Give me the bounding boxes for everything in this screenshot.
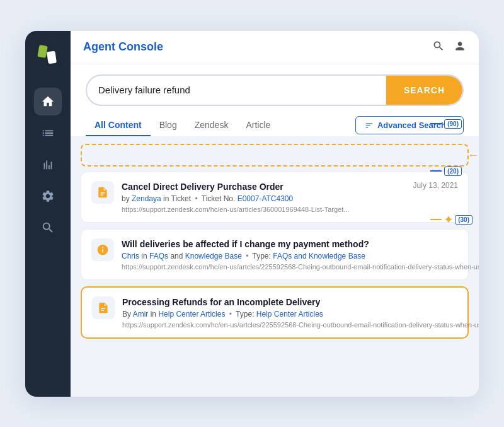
bullet-2: • bbox=[246, 252, 248, 260]
result-type-value-2: FAQs and Knowledge Base bbox=[273, 252, 365, 260]
result-in-2: in bbox=[141, 252, 149, 260]
result-icon-3 bbox=[92, 296, 115, 319]
nav-settings[interactable] bbox=[34, 182, 62, 210]
ann-line-3 bbox=[430, 219, 442, 220]
result-source-type-1: Ticket bbox=[171, 194, 192, 203]
result-title-1: Cancel Direct Delivery Purchase Order bbox=[122, 181, 284, 192]
result-ticket-label-1: Ticket No. bbox=[202, 194, 236, 203]
svg-rect-1 bbox=[47, 50, 57, 64]
ann-label-2: (20) bbox=[444, 167, 462, 176]
result-source-type-2b[interactable]: Knowledge Base bbox=[185, 252, 242, 260]
result-meta-2: Chris in FAQs and Knowledge Base • Type:… bbox=[122, 252, 479, 260]
result-card-1-header: Cancel Direct Delivery Purchase Order Ju… bbox=[91, 181, 458, 213]
outer-wrapper: Agent Console SEARCH All Content bbox=[13, 18, 491, 409]
svg-rect-0 bbox=[37, 45, 47, 58]
logo-icon bbox=[37, 45, 59, 71]
result-card-1: Cancel Direct Delivery Purchase Order Ju… bbox=[81, 172, 469, 223]
highlight-box-empty: ← bbox=[81, 144, 469, 167]
result-type-value-3: Help Center Articles bbox=[256, 310, 323, 319]
search-section: SEARCH All Content Blog Zendesk Article … bbox=[71, 64, 479, 136]
content-area: Agent Console SEARCH All Content bbox=[71, 31, 479, 397]
result-source-label-1: in bbox=[163, 194, 171, 203]
result-card-2-header: Will deliveries be affected if I change … bbox=[91, 238, 458, 271]
result-url-2: https://support.zendesk.com/hc/en-us/art… bbox=[122, 263, 479, 271]
tab-article[interactable]: Article bbox=[237, 115, 279, 136]
top-bar: Agent Console bbox=[71, 31, 479, 64]
result-body-3: Processing Refunds for an Incomplete Del… bbox=[122, 296, 479, 329]
side-annotations: (90) (20) ✦ (30) bbox=[430, 119, 472, 226]
annotation-2: (20) bbox=[430, 167, 472, 176]
main-card: Agent Console SEARCH All Content bbox=[25, 31, 479, 397]
sidebar-logo bbox=[37, 45, 59, 71]
search-button[interactable]: SEARCH bbox=[386, 76, 462, 105]
tab-zendesk[interactable]: Zendesk bbox=[186, 115, 238, 136]
nav-list[interactable] bbox=[34, 119, 62, 147]
result-title-2: Will deliveries be affected if I change … bbox=[122, 238, 369, 250]
filter-tabs: All Content Blog Zendesk Article Advance… bbox=[86, 115, 464, 136]
result-in-3: in bbox=[151, 310, 159, 319]
ann-label-3: (30) bbox=[455, 215, 472, 225]
filter-icon bbox=[365, 121, 374, 130]
bullet-1: • bbox=[195, 194, 197, 203]
nav-analytics[interactable] bbox=[34, 151, 62, 178]
top-bar-icons bbox=[432, 40, 466, 55]
nav-search[interactable] bbox=[34, 214, 62, 242]
result-card-3: Processing Refunds for an Incomplete Del… bbox=[81, 286, 469, 339]
result-author-2[interactable]: Chris bbox=[122, 252, 139, 260]
result-url-1: https://support.zendesk.com/hc/en-us/art… bbox=[122, 206, 458, 213]
result-body-2: Will deliveries be affected if I change … bbox=[122, 238, 479, 271]
result-title-row-3: Processing Refunds for an Incomplete Del… bbox=[122, 296, 479, 308]
bullet-3: • bbox=[229, 310, 232, 319]
result-meta-1: by Zendaya in Ticket • Ticket No. E0007-… bbox=[122, 194, 458, 203]
result-body-1: Cancel Direct Delivery Purchase Order Ju… bbox=[122, 181, 458, 213]
topbar-user-icon[interactable] bbox=[454, 40, 466, 55]
result-author-3[interactable]: Amir bbox=[133, 310, 149, 319]
result-and-2: and bbox=[170, 252, 185, 260]
result-ticket-no-1[interactable]: E0007-ATC4300 bbox=[238, 194, 294, 203]
result-type-label-3: Type: bbox=[236, 310, 254, 319]
result-author-1[interactable]: Zendaya bbox=[132, 194, 161, 203]
search-bar: SEARCH bbox=[86, 74, 464, 106]
result-url-3: https://support.zendesk.com/hc/en-us/art… bbox=[122, 321, 479, 329]
annotation-3: ✦ (30) bbox=[430, 214, 472, 226]
topbar-search-icon[interactable] bbox=[432, 40, 445, 55]
ann-label-1: (90) bbox=[444, 119, 462, 129]
results-area: ← Cancel Direct Delivery Purchase Order … bbox=[71, 136, 479, 397]
result-title-row-1: Cancel Direct Delivery Purchase Order Ju… bbox=[122, 181, 458, 192]
sidebar-nav bbox=[25, 88, 71, 242]
annotation-1: (90) bbox=[430, 119, 472, 129]
ann-line-2 bbox=[430, 170, 442, 172]
result-source-3[interactable]: Help Center Articles bbox=[158, 310, 225, 319]
ann-star-3: ✦ bbox=[444, 214, 452, 226]
result-card-2: Will deliveries be affected if I change … bbox=[81, 229, 469, 280]
result-card-3-header: Processing Refunds for an Incomplete Del… bbox=[92, 296, 457, 329]
ann-line-1 bbox=[430, 123, 442, 124]
tab-blog[interactable]: Blog bbox=[151, 115, 186, 136]
result-type-label-2: Type: bbox=[253, 252, 271, 260]
search-input[interactable] bbox=[87, 77, 386, 103]
result-meta-3: By Amir in Help Center Articles • Type: … bbox=[122, 310, 479, 319]
app-title: Agent Console bbox=[83, 40, 163, 54]
nav-home[interactable] bbox=[34, 88, 62, 115]
result-icon-1 bbox=[91, 181, 114, 204]
result-title-row-2: Will deliveries be affected if I change … bbox=[122, 238, 479, 250]
result-icon-2 bbox=[91, 238, 114, 261]
tab-all-content[interactable]: All Content bbox=[86, 115, 151, 136]
result-source-type-2a[interactable]: FAQs bbox=[149, 252, 168, 260]
result-title-3: Processing Refunds for an Incomplete Del… bbox=[122, 296, 320, 308]
sidebar bbox=[25, 31, 71, 397]
